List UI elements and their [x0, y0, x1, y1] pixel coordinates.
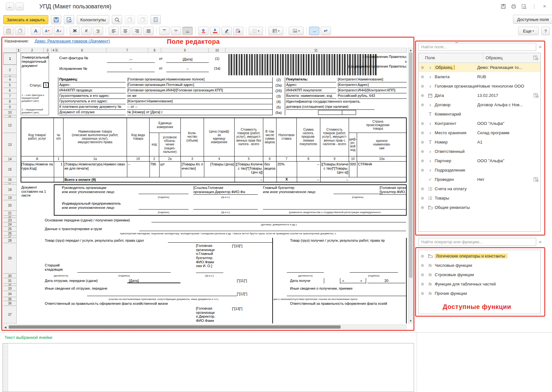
row-header-6[interactable]: 6 — [3, 88, 17, 93]
buyer-inn-label-cell[interactable]: ИНН/КПП покупателя: — [286, 88, 336, 93]
goods-header-unit[interactable]: Единица измерения — [150, 117, 181, 133]
goods-header-cost-wo[interactable]: Стоимость товаров (работ, услуг), имущес… — [235, 117, 263, 156]
goods-code-row-cell[interactable]: 1а — [63, 156, 127, 162]
field-name[interactable]: Подразделение — [434, 168, 477, 173]
goods-code-row-cell[interactable]: А — [21, 156, 54, 162]
function-group-name[interactable]: Числовые функции — [434, 263, 540, 268]
field-row-15[interactable]: ⊕Товары — [419, 193, 540, 203]
row-header-26[interactable]: 26 — [3, 231, 17, 236]
function-row-4[interactable]: ⊕fxФункции для табличных частей — [419, 279, 540, 289]
field-row-11[interactable]: ⊕›ПартнерООО "Альфа" — [419, 156, 540, 165]
shipping-doc-label-cell[interactable]: Документ об отгрузке — [59, 110, 126, 115]
copy-page2-button[interactable] — [138, 15, 148, 24]
column-header-11[interactable]: 11 — [226, 48, 407, 53]
field-row-14[interactable]: ⊕Счета на оплату — [419, 184, 540, 193]
goods-header-country[interactable]: Страна происхождения товара — [349, 117, 407, 133]
row-header-32[interactable]: 32 — [3, 284, 17, 286]
italic-button[interactable]: К — [81, 27, 92, 35]
field-name[interactable]: Валюта — [434, 74, 477, 79]
wrap-text-button[interactable]: ↵ — [321, 27, 331, 35]
row-header-34[interactable]: 34 — [3, 291, 17, 297]
consignee-label-cell[interactable]: Грузополучатель и его адрес: — [59, 99, 126, 104]
print-icon[interactable] — [509, 3, 518, 10]
row-header-9[interactable]: 9 — [3, 104, 17, 110]
receive-date-label-cell[interactable]: Дата получе — [290, 279, 323, 283]
valign-top-icon[interactable] — [159, 27, 169, 35]
ip-label-cell[interactable]: Индивидуальный предприниматель или иное … — [62, 201, 142, 210]
field-row-1[interactable]: ⊕›ОбразецДемо: Реализация то... — [419, 63, 540, 72]
goods-header-rate[interactable]: Налоговая ставка — [276, 117, 297, 156]
field-row-6[interactable]: ТКомментарий — [419, 109, 540, 119]
seller-addr-value-cell[interactable]: [Головная организация.Почтовый адрес] — [127, 83, 272, 88]
expand-plus-icon[interactable]: ⊕ — [419, 263, 426, 268]
goods-header-num[interactable]: № п/п — [54, 117, 63, 156]
m11-cell[interactable]: ["[11]"] — [237, 279, 259, 283]
text-color-icon[interactable]: А — [210, 27, 220, 35]
goods-code-row-cell[interactable]: 3 — [181, 156, 204, 162]
save-icon[interactable] — [499, 3, 508, 10]
function-group-name[interactable]: Логические операторы и константы — [434, 254, 540, 258]
field-settings-icon[interactable] — [531, 177, 540, 182]
align-center-icon[interactable] — [120, 27, 131, 35]
expand-plus-icon[interactable]: ⊕ — [419, 282, 426, 286]
functions-search-input[interactable] — [418, 238, 536, 246]
goods-data-unit-code[interactable]: 796 — [150, 162, 159, 166]
seller-addr-label-cell[interactable]: Адрес: — [59, 83, 126, 88]
row-header-14[interactable]: 14 — [3, 156, 17, 162]
responsible-left-cell[interactable]: Ответственный за правильность оформления… — [45, 302, 225, 306]
year-20-cell[interactable]: 20 — [367, 279, 405, 283]
print-preview-button[interactable] — [64, 15, 74, 24]
row-header-31[interactable]: 31 — [3, 278, 17, 284]
m13-cell[interactable]: ["[13]"] — [232, 307, 255, 311]
goods-data-name[interactable]: [Товары.Номенклатура.Наимен ование для п… — [64, 162, 126, 170]
font-size-down-button[interactable]: А▼ — [42, 27, 53, 35]
accountant-name-cell[interactable]: [Головная орган бухгалтер.ФИО. — [380, 186, 407, 195]
invoice-date-cell[interactable]: [Дата] — [166, 57, 209, 63]
gov-contract-1-cell[interactable]: Идентификатор государственного контракта… — [286, 99, 407, 104]
field-name[interactable]: Общие реквизиты — [434, 205, 477, 210]
font-button[interactable]: А — [31, 27, 41, 35]
accountant-cell-29[interactable]: [Головная организаци я.Главный бухгалтер… — [196, 244, 223, 273]
field-row-4[interactable]: ⊕Дата13.02.2017 — [419, 91, 540, 100]
sheet-note-cell[interactable]: Документ составлен на 1 листе — [21, 185, 53, 198]
function-group-name[interactable]: Прочие функции — [434, 291, 540, 296]
close-icon[interactable]: × — [540, 3, 549, 10]
expand-plus-icon[interactable]: ⊕ — [419, 168, 426, 173]
highlight-pen-icon[interactable] — [221, 27, 232, 35]
goods-code-row-cell[interactable]: 6 — [263, 156, 276, 162]
empty-cell[interactable] — [342, 110, 356, 115]
goods-header-tax[interactable]: Сумма налога, предъяв- ляемая покупателю — [297, 117, 320, 156]
row-header-11[interactable]: 11 — [3, 115, 17, 117]
column-header-4[interactable]: 4 — [52, 48, 55, 53]
basis-label-cell[interactable]: Основание передачи (сдачи) / получения (… — [45, 218, 151, 222]
more-button[interactable]: Еще▾ — [518, 27, 539, 35]
find-button[interactable] — [112, 15, 122, 24]
keeper-cell[interactable]: Старший кладовщик — [45, 263, 75, 271]
expand-plus-icon[interactable]: ⊕ — [419, 65, 426, 70]
row-header-30[interactable]: 30 — [3, 274, 17, 278]
goods-header-unit-code[interactable]: код — [150, 133, 159, 156]
row-header-25[interactable]: 25 — [3, 227, 17, 231]
field-name[interactable]: Счета на оплату — [434, 186, 477, 191]
function-group-name[interactable]: Строковые функции — [434, 272, 540, 277]
goods-total-tax[interactable]: -- — [297, 178, 319, 182]
seller-label-cell[interactable]: Продавец: — [59, 77, 126, 82]
status-note1-cell[interactable]: 1 – счет-фактура и передаточный документ… — [22, 94, 49, 103]
text-direction-button[interactable]: → — [309, 27, 319, 35]
paste-button[interactable] — [3, 27, 14, 35]
valign-bottom-icon[interactable] — [182, 27, 193, 35]
expand-plus-icon[interactable]: ⊕ — [419, 186, 426, 191]
back-button[interactable]: ← — [6, 3, 14, 10]
ship-date-value-cell[interactable]: [Дата] — [129, 279, 155, 283]
row-header-37[interactable]: 37 — [3, 306, 17, 323]
editor-hscrollbar[interactable]: ◀ — [3, 324, 407, 329]
row-header-8[interactable]: 8 — [3, 99, 17, 104]
row-header-13[interactable]: 13 — [3, 133, 17, 156]
cells-dropdown[interactable]: ▾ — [268, 27, 283, 35]
goods-code-row-cell[interactable]: 7 — [276, 156, 297, 162]
accountant-label-cell[interactable]: Главный бухгалтер или иное уполномоченно… — [263, 186, 332, 194]
expand-plus-icon[interactable]: ⊕ — [419, 254, 426, 258]
help-button[interactable]: ? — [541, 27, 550, 35]
page-setup-button[interactable] — [150, 15, 161, 24]
corner-cell[interactable] — [3, 48, 17, 53]
